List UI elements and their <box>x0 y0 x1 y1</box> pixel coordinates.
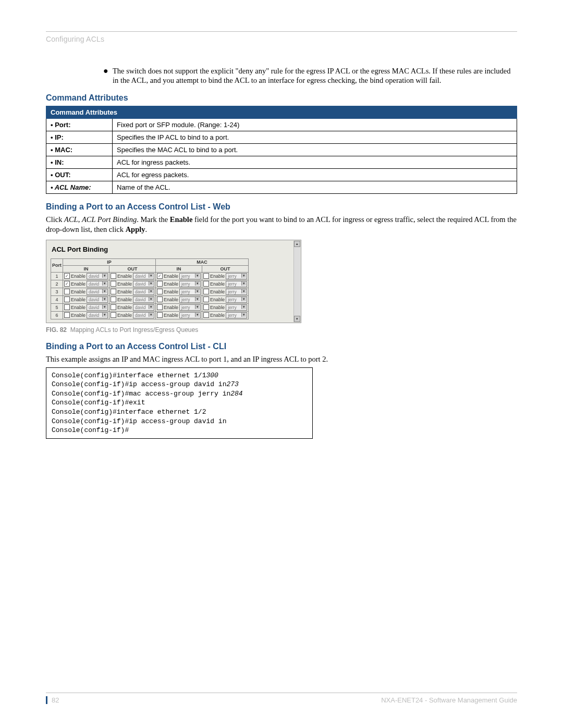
attr-key: • Port: <box>46 119 113 131</box>
bullet-icon: ● <box>103 66 113 85</box>
attr-key: • OUT: <box>46 169 113 181</box>
acl-dropdown[interactable]: jerry <box>179 304 201 311</box>
enable-checkbox[interactable] <box>203 304 209 310</box>
cli-paragraph: This example assigns an IP and MAC ingre… <box>46 354 517 364</box>
acl-dropdown[interactable]: jerry <box>226 273 247 279</box>
enable-checkbox[interactable] <box>203 273 209 279</box>
enable-label: Enable <box>117 274 132 279</box>
enable-checkbox[interactable] <box>157 297 163 302</box>
attr-key: • IN: <box>46 156 113 169</box>
doc-title: NXA-ENET24 - Software Management Guide <box>381 696 517 704</box>
grid-cell: Enablejerry <box>156 288 202 295</box>
acl-dropdown[interactable]: david <box>87 312 108 318</box>
table-header: Command Attributes <box>46 106 517 119</box>
section-cli-heading: Binding a Port to an Access Control List… <box>46 342 517 351</box>
command-attributes-table: Command Attributes • Port:Fixed port or … <box>46 106 517 194</box>
acl-dropdown[interactable]: jerry <box>179 312 201 318</box>
enable-label: Enable <box>210 289 225 294</box>
enable-checkbox[interactable] <box>111 312 116 318</box>
enable-checkbox[interactable] <box>157 281 163 287</box>
enable-checkbox[interactable] <box>64 297 70 302</box>
enable-checkbox[interactable] <box>111 281 116 287</box>
enable-checkbox[interactable] <box>111 304 116 310</box>
chapter-title: Configuring ACLs <box>46 35 517 43</box>
enable-checkbox[interactable] <box>203 297 209 302</box>
enable-label: Enable <box>117 305 132 310</box>
acl-dropdown[interactable]: jerry <box>226 312 247 318</box>
acl-port-binding-screenshot: ▴ ▾ ACL Port Binding Port IP MAC IN OUT … <box>46 240 301 323</box>
table-row: • IN:ACL for ingress packets. <box>46 156 517 169</box>
port-number: 3 <box>51 288 63 295</box>
acl-dropdown[interactable]: david <box>133 289 154 295</box>
enable-checkbox[interactable] <box>111 289 116 294</box>
acl-dropdown[interactable]: jerry <box>226 304 247 311</box>
acl-dropdown[interactable]: jerry <box>179 273 201 279</box>
col-mac-in: IN <box>156 265 202 272</box>
grid-row: 2✓EnabledavidEnabledavidEnablejerryEnabl… <box>51 280 249 288</box>
acl-dropdown[interactable]: david <box>133 281 154 287</box>
grid-cell: Enabledavid <box>63 303 109 311</box>
enable-checkbox[interactable] <box>64 312 70 318</box>
acl-dropdown[interactable]: david <box>87 289 108 295</box>
scrollbar[interactable]: ▴ ▾ <box>293 241 300 322</box>
acl-dropdown[interactable]: david <box>87 304 108 311</box>
scroll-down-icon[interactable]: ▾ <box>294 316 300 322</box>
enable-label: Enable <box>210 297 225 302</box>
acl-dropdown[interactable]: david <box>133 273 154 279</box>
enable-checkbox[interactable] <box>203 281 209 287</box>
content: ● The switch does not support the explic… <box>103 66 517 439</box>
enable-label: Enable <box>164 313 178 318</box>
cli-line: Console(config-if)#mac access-group jerr… <box>52 390 230 398</box>
page-number: 82 <box>46 696 59 704</box>
section-web-heading: Binding a Port to an Access Control List… <box>46 202 517 212</box>
port-number: 5 <box>51 303 63 311</box>
acl-dropdown[interactable]: david <box>133 312 154 318</box>
enable-checkbox[interactable]: ✓ <box>157 273 163 279</box>
grid-cell: Enabledavid <box>63 288 109 295</box>
grid-cell: Enablejerry <box>156 311 202 319</box>
enable-label: Enable <box>164 281 178 287</box>
enable-checkbox[interactable] <box>64 289 70 294</box>
acl-dropdown[interactable]: david <box>87 281 108 287</box>
acl-dropdown[interactable]: david <box>87 297 108 303</box>
enable-label: Enable <box>210 281 225 287</box>
cli-line: Console(config-if)# <box>52 426 129 434</box>
enable-checkbox[interactable] <box>157 312 163 318</box>
col-port: Port <box>51 258 63 272</box>
enable-checkbox[interactable] <box>111 273 116 279</box>
enable-label: Enable <box>210 305 225 310</box>
scroll-up-icon[interactable]: ▴ <box>294 241 300 247</box>
acl-dropdown[interactable]: jerry <box>226 289 247 295</box>
enable-label: Enable <box>117 313 132 318</box>
acl-dropdown[interactable]: jerry <box>179 281 201 287</box>
attr-value: Name of the ACL. <box>113 181 517 194</box>
grid-cell: Enablejerry <box>202 303 249 311</box>
acl-dropdown[interactable]: david <box>87 273 108 279</box>
port-number: 2 <box>51 280 63 288</box>
acl-dropdown[interactable]: david <box>133 304 154 311</box>
enable-checkbox[interactable]: ✓ <box>64 281 70 287</box>
port-number: 1 <box>51 272 63 280</box>
enable-checkbox[interactable] <box>157 304 163 310</box>
footer: 82 NXA-ENET24 - Software Management Guid… <box>46 693 517 704</box>
enable-checkbox[interactable] <box>203 312 209 318</box>
grid-row: 1✓EnabledavidEnabledavid✓EnablejerryEnab… <box>51 272 249 280</box>
enable-label: Enable <box>71 289 85 294</box>
grid-cell: Enablejerry <box>202 295 249 303</box>
acl-dropdown[interactable]: jerry <box>226 281 247 287</box>
acl-dropdown[interactable]: jerry <box>179 289 201 295</box>
figure-number: FIG. 82 <box>46 326 67 334</box>
table-row: • ACL Name:Name of the ACL. <box>46 181 517 194</box>
web-paragraph: Click ACL, ACL Port Binding. Mark the En… <box>46 215 517 235</box>
enable-checkbox[interactable] <box>111 297 116 302</box>
t: Click <box>46 215 64 224</box>
acl-dropdown[interactable]: jerry <box>226 297 247 303</box>
acl-dropdown[interactable]: jerry <box>179 297 201 303</box>
t: , <box>78 215 82 224</box>
header-rule <box>46 31 517 32</box>
acl-dropdown[interactable]: david <box>133 297 154 303</box>
enable-checkbox[interactable] <box>64 304 70 310</box>
enable-checkbox[interactable] <box>203 289 209 294</box>
enable-checkbox[interactable] <box>157 289 163 294</box>
enable-checkbox[interactable]: ✓ <box>64 273 70 279</box>
